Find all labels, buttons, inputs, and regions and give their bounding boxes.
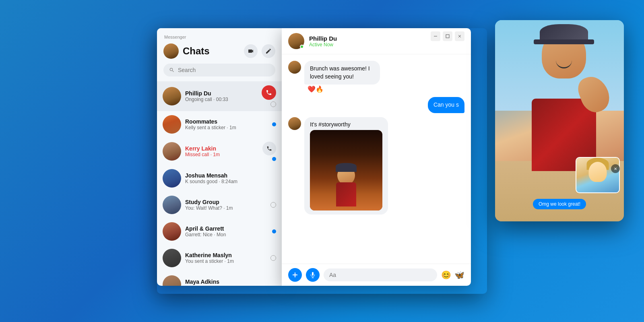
chat-name-joshua: Joshua Mensah bbox=[185, 172, 276, 179]
online-status-dot bbox=[300, 45, 304, 49]
chat-item-kerry[interactable]: Kerry Lakin Missed call · 1m bbox=[157, 138, 282, 165]
chat-name-maya: Maya Adkins bbox=[185, 279, 276, 285]
chat-preview-katherine: You sent a sticker · 1m bbox=[185, 258, 266, 264]
video-person-hat bbox=[540, 24, 588, 44]
chat-preview-maya: Nice · Mon bbox=[185, 285, 276, 286]
input-right-icons: 😊 🦋 bbox=[441, 270, 464, 280]
chat-name-april: April & Garrett bbox=[185, 225, 268, 232]
storyworthy-photo bbox=[310, 130, 382, 211]
person-silhouette bbox=[332, 166, 360, 206]
video-person-smile bbox=[556, 60, 572, 68]
chat-meta-kerry bbox=[262, 142, 276, 161]
avatar-study bbox=[163, 196, 181, 214]
avatar-roommates bbox=[163, 115, 181, 134]
message-avatar-phillip2 bbox=[288, 117, 301, 130]
chat-window-status: Active Now bbox=[309, 42, 337, 47]
chats-header-row: Chats bbox=[163, 43, 275, 59]
video-main: Omg we look great! ✕ bbox=[495, 20, 624, 221]
chats-title-group: Chats bbox=[163, 43, 210, 59]
decline-call-button[interactable] bbox=[262, 85, 276, 100]
seen-icon-study bbox=[270, 202, 276, 208]
chat-meta-study bbox=[270, 202, 276, 208]
chat-info-joshua: Joshua Mensah K sounds good · 8:24am bbox=[185, 172, 276, 184]
chat-items-list: Phillip Du Ongoing call · 00:33 Roommate… bbox=[157, 81, 282, 286]
search-input[interactable] bbox=[178, 67, 270, 73]
video-person-head bbox=[542, 30, 586, 78]
window-minimize-button[interactable] bbox=[431, 31, 440, 41]
video-call-button[interactable] bbox=[244, 44, 258, 58]
chat-info-maya: Maya Adkins Nice · Mon bbox=[185, 279, 276, 286]
unread-dot-roommates bbox=[272, 122, 276, 126]
seen-icon-katherine bbox=[270, 255, 276, 261]
person-hat bbox=[336, 163, 357, 172]
video-pip[interactable] bbox=[576, 157, 620, 193]
add-button[interactable] bbox=[288, 268, 302, 282]
message-storyworthy: It's #storyworthy bbox=[288, 117, 464, 215]
message-can-you: Can you s bbox=[288, 97, 464, 113]
chat-preview-kerry: Missed call · 1m bbox=[185, 152, 258, 157]
chat-item-phillip[interactable]: Phillip Du Ongoing call · 00:33 bbox=[157, 81, 282, 111]
unread-dot-kerry bbox=[272, 157, 276, 161]
window-close-button[interactable] bbox=[455, 31, 464, 41]
pip-head bbox=[589, 162, 607, 182]
chat-window-contact-info: Phillip Du Active Now bbox=[309, 35, 337, 47]
chat-window-panel: Phillip Du Active Now Brunch was awesome… bbox=[282, 28, 471, 286]
window-top-controls bbox=[431, 31, 464, 41]
emoji-button[interactable]: 😊 bbox=[441, 270, 451, 280]
chat-info-april: April & Garrett Garrett: Nice · Mon bbox=[185, 225, 268, 237]
header-icons bbox=[244, 44, 275, 58]
message-bubble-storyworthy: It's #storyworthy bbox=[304, 117, 388, 215]
chat-window-avatar[interactable] bbox=[288, 33, 304, 49]
chat-item-katherine[interactable]: Katherine Maslyn You sent a sticker · 1m bbox=[157, 245, 282, 271]
app-container: Messenger Chats bbox=[157, 28, 487, 294]
chat-item-study[interactable]: Study Group You: Wait! What? · 1m bbox=[157, 192, 282, 218]
chat-name-katherine: Katherine Maslyn bbox=[185, 252, 266, 258]
avatar-phillip bbox=[163, 87, 181, 105]
chat-input-area: 😊 🦋 bbox=[282, 264, 471, 286]
user-avatar[interactable] bbox=[163, 43, 179, 59]
chat-info-study: Study Group You: Wait! What? · 1m bbox=[185, 199, 266, 211]
svg-rect-0 bbox=[434, 36, 437, 37]
avatar-kerry bbox=[163, 142, 181, 161]
mic-button[interactable] bbox=[306, 268, 320, 282]
video-pip-close-button[interactable]: ✕ bbox=[611, 164, 620, 173]
chat-item-joshua[interactable]: Joshua Mensah K sounds good · 8:24am bbox=[157, 165, 282, 192]
message-input[interactable] bbox=[324, 268, 437, 281]
chat-name-study: Study Group bbox=[185, 199, 266, 205]
chat-info-katherine: Katherine Maslyn You sent a sticker · 1m bbox=[185, 252, 266, 264]
chat-name-roommates: Roommates bbox=[185, 118, 268, 125]
message-bubble-brunch: Brunch was awesome! I loved seeing you! bbox=[304, 61, 380, 85]
chats-title: Chats bbox=[183, 45, 210, 57]
chat-info-roommates: Roommates Kelly sent a sticker · 1m bbox=[185, 118, 268, 130]
seen-icon-phillip bbox=[270, 101, 276, 107]
chat-preview-study: You: Wait! What? · 1m bbox=[185, 205, 266, 211]
storyworthy-text: It's #storyworthy bbox=[310, 121, 382, 128]
chat-window-name: Phillip Du bbox=[309, 35, 337, 42]
pip-person bbox=[576, 158, 619, 192]
avatar-april bbox=[163, 222, 181, 241]
person-shirt bbox=[336, 182, 356, 206]
chat-item-maya[interactable]: Maya Adkins Nice · Mon bbox=[157, 271, 282, 286]
message-brunch-content: Brunch was awesome! I loved seeing you! … bbox=[304, 61, 421, 93]
message-avatar-phillip bbox=[288, 61, 301, 74]
chat-item-april[interactable]: April & Garrett Garrett: Nice · Mon bbox=[157, 218, 282, 245]
call-back-button-kerry[interactable] bbox=[262, 142, 276, 155]
message-reactions-brunch: ❤️🔥 bbox=[308, 85, 421, 93]
avatar-joshua bbox=[163, 169, 181, 188]
search-icon bbox=[169, 67, 175, 73]
message-brunch: Brunch was awesome! I loved seeing you! … bbox=[288, 61, 464, 93]
avatar-maya bbox=[163, 275, 181, 286]
unread-dot-april bbox=[272, 229, 276, 233]
chat-meta-katherine bbox=[270, 255, 276, 261]
video-call-overlay[interactable]: Omg we look great! ✕ bbox=[495, 20, 624, 221]
compose-button[interactable] bbox=[262, 44, 275, 58]
chat-meta-april bbox=[272, 229, 276, 233]
search-box[interactable] bbox=[163, 64, 275, 76]
window-maximize-button[interactable] bbox=[443, 31, 452, 41]
avatar-katherine bbox=[163, 249, 181, 267]
chat-item-roommates[interactable]: Roommates Kelly sent a sticker · 1m bbox=[157, 111, 282, 138]
chat-preview-roommates: Kelly sent a sticker · 1m bbox=[185, 125, 268, 130]
chat-list-panel: Messenger Chats bbox=[157, 28, 282, 286]
message-bubble-can-you: Can you s bbox=[428, 97, 464, 113]
butterfly-button[interactable]: 🦋 bbox=[454, 270, 464, 280]
